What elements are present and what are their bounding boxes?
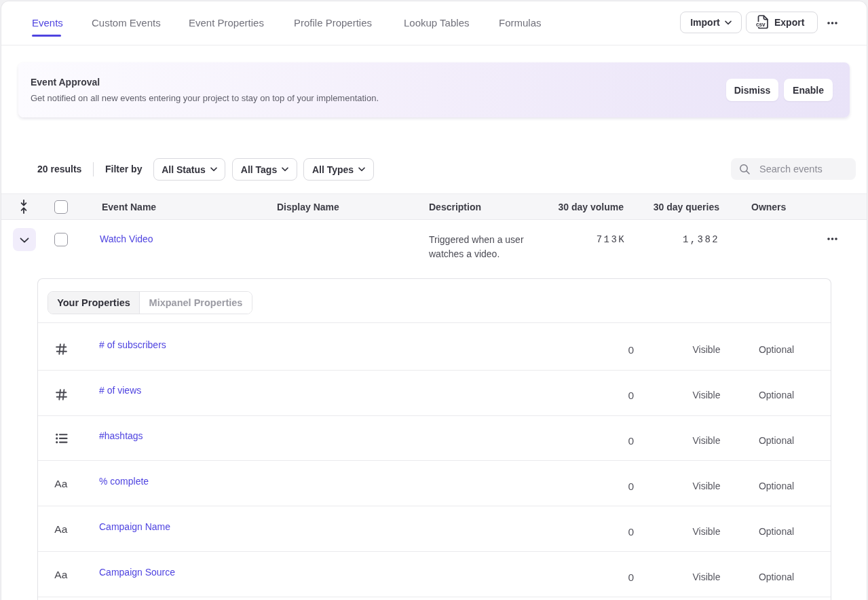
svg-text:csv: csv: [756, 22, 766, 28]
